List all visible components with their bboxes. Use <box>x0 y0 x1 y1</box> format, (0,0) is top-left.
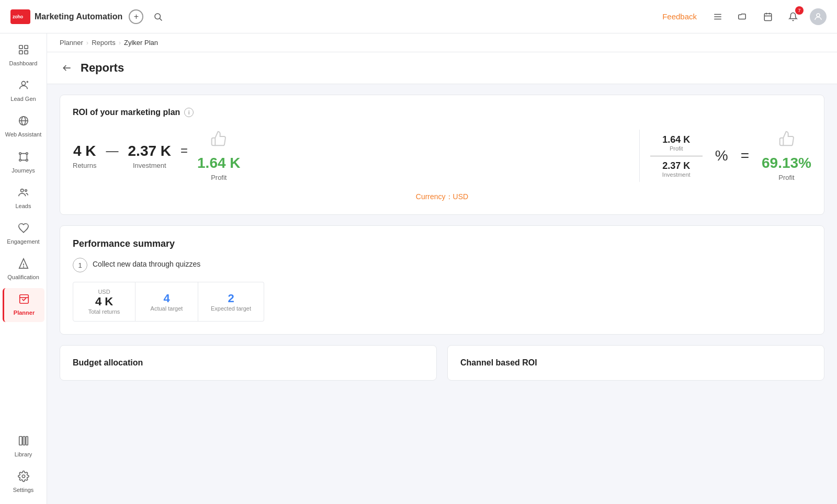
qualification-icon <box>18 258 29 272</box>
library-icon <box>18 435 29 449</box>
svg-point-21 <box>19 152 21 154</box>
roi-result-label: Profit <box>778 174 794 181</box>
sidebar-item-planner[interactable]: Planner <box>3 288 44 322</box>
web-assistant-icon <box>18 115 29 129</box>
roi-equals-operator: = <box>180 143 188 158</box>
roi-profit-label: Profit <box>211 174 227 181</box>
roi-section-divider <box>639 130 640 182</box>
roi-investment: 2.37 K Investment <box>128 143 172 169</box>
breadcrumb-reports[interactable]: Reports <box>92 39 116 47</box>
roi-frac-profit-label: Profit <box>662 145 690 152</box>
sidebar-label-library: Library <box>15 451 32 458</box>
calendar-button[interactable] <box>760 8 776 25</box>
channel-roi-title: Channel based ROI <box>460 358 811 368</box>
thumbs-up-icon-left <box>210 130 227 151</box>
sidebar-item-leads[interactable]: Leads <box>3 181 44 215</box>
perf-stat-label-actual: Actual target <box>151 305 183 312</box>
svg-rect-6 <box>764 14 772 21</box>
roi-title: ROI of your marketing plan i <box>73 108 811 117</box>
sidebar-item-dashboard[interactable]: Dashboard <box>3 39 44 72</box>
perf-stat-currency: USD <box>98 289 110 295</box>
perf-stat-label-returns: Total returns <box>88 308 120 315</box>
roi-card: ROI of your marketing plan i 4 K Returns… <box>60 95 824 215</box>
sidebar-item-journeys[interactable]: Journeys <box>3 146 44 179</box>
journeys-icon <box>18 151 29 165</box>
breadcrumb: Planner › Reports › Zylker Plan <box>47 33 837 52</box>
svg-line-2 <box>160 18 162 20</box>
folder-button[interactable] <box>734 8 751 25</box>
sidebar-label-journeys: Journeys <box>12 167 35 174</box>
dashboard-icon <box>18 44 29 58</box>
main-layout: Dashboard Lead Gen Web Assistant <box>0 33 837 504</box>
notification-button[interactable]: 7 <box>785 8 801 25</box>
roi-returns: 4 K Returns <box>73 143 97 169</box>
perf-stat-label-expected: Expected target <box>211 305 251 312</box>
feedback-button[interactable]: Feedback <box>658 10 701 23</box>
sidebar-label-qualification: Qualification <box>7 274 39 281</box>
svg-point-1 <box>155 14 161 19</box>
sidebar-label-planner: Planner <box>14 310 35 316</box>
svg-point-23 <box>19 159 21 161</box>
sidebar-item-qualification[interactable]: Qualification <box>3 253 44 286</box>
bottom-cards: Budget allocation Channel based ROI <box>60 345 824 381</box>
budget-allocation-title: Budget allocation <box>73 358 424 368</box>
page-header: Reports <box>47 52 837 84</box>
perf-item-name: Collect new data through quizzes <box>93 260 200 268</box>
sidebar-item-library[interactable]: Library <box>3 430 44 463</box>
zoho-logo-icon: zoho <box>10 9 30 24</box>
list-view-button[interactable] <box>709 8 726 25</box>
svg-rect-14 <box>24 51 27 54</box>
roi-fraction: 1.64 K Profit 2.37 K Investment <box>650 134 703 178</box>
perf-stat-total-returns: USD 4 K Total returns <box>73 282 135 322</box>
search-button[interactable] <box>150 8 166 25</box>
svg-point-29 <box>23 267 24 267</box>
roi-frac-investment: 2.37 K <box>662 161 690 171</box>
svg-point-26 <box>25 189 27 191</box>
lead-gen-icon <box>18 79 29 94</box>
svg-rect-30 <box>20 295 29 304</box>
sidebar: Dashboard Lead Gen Web Assistant <box>0 33 47 504</box>
sidebar-item-lead-gen[interactable]: Lead Gen <box>3 74 44 108</box>
svg-rect-32 <box>19 436 22 445</box>
topbar: zoho Marketing Automation + Feedback <box>0 0 837 33</box>
roi-pct-operator: % <box>715 147 728 164</box>
roi-profit: 1.64 K Profit <box>197 130 241 181</box>
sidebar-label-settings: Settings <box>13 487 34 494</box>
user-avatar[interactable] <box>810 8 827 25</box>
roi-minus-operator: — <box>106 143 119 158</box>
svg-text:zoho: zoho <box>13 14 24 19</box>
perf-stats: USD 4 K Total returns 4 Actual target 2 … <box>73 282 811 322</box>
back-button[interactable] <box>60 61 74 75</box>
sidebar-item-engagement[interactable]: Engagement <box>3 217 44 250</box>
roi-investment-label: Investment <box>133 162 166 169</box>
performance-title: Performance summary <box>73 238 811 249</box>
breadcrumb-current: Zylker Plan <box>124 39 158 47</box>
thumbs-up-icon-right <box>778 130 795 151</box>
svg-point-15 <box>21 82 25 85</box>
sidebar-label-leads: Leads <box>16 203 31 210</box>
sidebar-item-settings[interactable]: Settings <box>3 465 44 499</box>
add-button[interactable]: + <box>129 9 143 24</box>
svg-point-24 <box>26 159 28 161</box>
app-name: Marketing Automation <box>35 12 122 21</box>
roi-returns-value: 4 K <box>73 143 96 159</box>
svg-point-22 <box>26 152 28 154</box>
perf-stat-value-returns: 4 K <box>95 295 113 308</box>
svg-rect-34 <box>26 436 28 445</box>
leads-icon <box>18 187 29 201</box>
svg-point-35 <box>22 475 25 478</box>
perf-stat-expected-target: 2 Expected target <box>198 282 264 322</box>
engagement-icon <box>18 222 29 236</box>
roi-equals-right: = <box>741 147 749 164</box>
sidebar-item-web-assistant[interactable]: Web Assistant <box>3 110 44 143</box>
roi-returns-label: Returns <box>73 162 97 169</box>
roi-info-icon[interactable]: i <box>184 108 194 117</box>
roi-result-percent: 69.13% <box>762 155 811 171</box>
perf-stat-actual-target: 4 Actual target <box>135 282 198 322</box>
svg-rect-33 <box>23 436 25 445</box>
breadcrumb-planner[interactable]: Planner <box>60 39 83 47</box>
currency-note: Currency：USD <box>73 192 811 202</box>
perf-stat-value-expected: 2 <box>228 292 234 305</box>
page-title: Reports <box>81 61 124 75</box>
topbar-actions: Feedback 7 <box>658 8 827 25</box>
